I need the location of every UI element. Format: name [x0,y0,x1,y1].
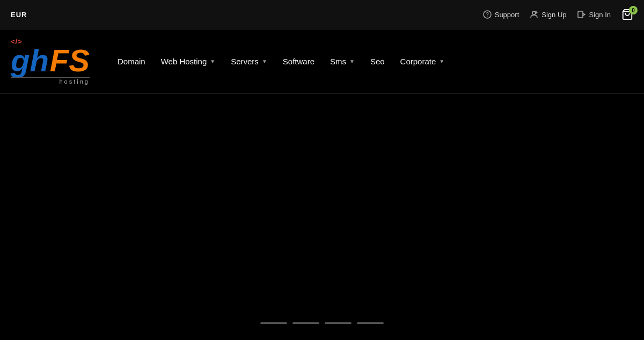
carousel-dot-2[interactable] [292,322,319,324]
signup-link[interactable]: Sign Up [530,10,566,19]
support-link[interactable]: ? Support [483,10,519,19]
top-bar-left: EUR [11,11,27,19]
chevron-down-icon: ▼ [349,58,355,64]
chevron-down-icon: ▼ [262,58,267,64]
logo-hosting: hosting [11,77,90,85]
carousel-dot-4[interactable] [357,322,384,324]
nav-item-sms[interactable]: Sms ▼ [324,53,361,70]
nav-item-software[interactable]: Software [276,53,321,70]
signin-label: Sign In [589,11,611,19]
nav-label-software: Software [283,57,314,66]
chevron-down-icon: ▼ [439,58,444,64]
svg-text:?: ? [486,12,489,18]
nav-menu: Domain Web Hosting ▼ Servers ▼ Software … [111,53,633,70]
nav-label-seo: Seo [370,57,385,66]
nav-item-web-hosting[interactable]: Web Hosting ▼ [155,53,222,70]
carousel-dots [260,322,384,324]
carousel-dot-1[interactable] [260,322,287,324]
nav-label-servers: Servers [231,57,259,66]
cart-badge: 0 [629,6,638,14]
logo-main: ghFS [11,45,90,76]
main-nav: </> ghFS hosting Domain Web Hosting ▼ Se… [0,29,644,94]
carousel-dot-3[interactable] [325,322,352,324]
currency-label: EUR [11,11,27,19]
nav-label-sms: Sms [330,57,346,66]
nav-label-domain: Domain [118,57,145,66]
signup-icon [530,10,538,19]
cart-button[interactable]: 0 [621,9,633,20]
nav-item-corporate[interactable]: Corporate ▼ [394,53,451,70]
top-bar: EUR ? Support Sign Up [0,0,644,29]
logo: </> ghFS hosting [11,38,90,85]
nav-item-servers[interactable]: Servers ▼ [224,53,274,70]
nav-label-corporate: Corporate [400,57,436,66]
nav-item-seo[interactable]: Seo [364,53,391,70]
support-icon: ? [483,10,492,19]
logo-fs: FS [50,45,90,76]
support-label: Support [495,11,519,19]
signin-link[interactable]: Sign In [577,10,611,19]
main-content [0,94,644,340]
signup-label: Sign Up [541,11,566,19]
svg-point-2 [532,11,536,14]
chevron-down-icon: ▼ [210,58,215,64]
nav-label-web-hosting: Web Hosting [161,57,207,66]
logo-area[interactable]: </> ghFS hosting [11,38,90,85]
logo-gh: gh [11,45,49,76]
nav-item-domain[interactable]: Domain [111,53,152,70]
top-bar-right: ? Support Sign Up [483,9,633,20]
svg-rect-5 [578,11,583,18]
signin-icon [577,10,586,19]
